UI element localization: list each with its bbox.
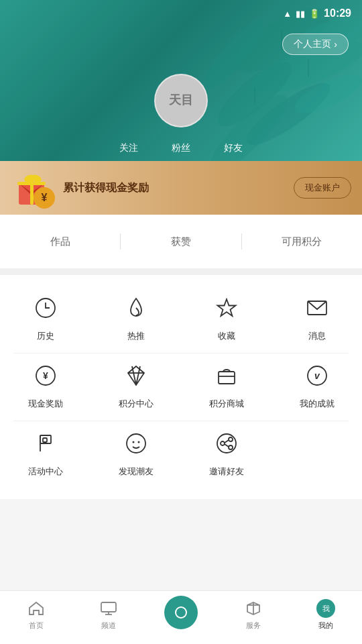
menu-item-message[interactable]: 消息 — [290, 291, 344, 342]
svg-line-43 — [225, 440, 229, 443]
menu-item-shop[interactable]: 积分商城 — [200, 359, 253, 410]
monitor-icon — [99, 599, 118, 618]
section-divider-1 — [0, 268, 362, 275]
icon-row-1: 历史 热推 收藏 消息 — [0, 286, 362, 353]
v-badge-icon: v — [300, 359, 334, 392]
icon-row-3: 活动中心 发现潮友 邀请好友 — [0, 421, 362, 488]
svg-text:¥: ¥ — [42, 192, 48, 203]
personal-home-button[interactable]: 个人主页 › — [282, 34, 349, 55]
reward-banner[interactable]: ¥ 累计获得现金奖励 现金账户 — [0, 161, 362, 215]
menu-item-hot[interactable]: 热推 — [109, 291, 163, 342]
nav-label-home: 首页 — [29, 621, 44, 631]
svg-point-36 — [127, 434, 145, 453]
menu-item-collect[interactable]: 收藏 — [200, 291, 253, 342]
nav-center-button[interactable] — [164, 596, 198, 629]
svg-point-41 — [229, 437, 233, 441]
menu-item-cash[interactable]: ¥ 现金奖励 — [19, 359, 72, 410]
stats-row: 作品 获赞 可用积分 — [0, 215, 362, 268]
status-bar: ▲ ▮▮ 🔋 10:29 — [0, 0, 362, 27]
avatar-nav-icon: 我 — [316, 599, 335, 618]
house-icon — [27, 599, 46, 618]
flame-icon — [119, 291, 153, 325]
bottom-nav: 首页 频道 服务 我 我的 — [0, 590, 362, 644]
stat-works[interactable]: 作品 — [0, 235, 120, 248]
signal-icon: ▮▮ — [296, 9, 305, 19]
nav-item-home[interactable]: 首页 — [0, 599, 72, 636]
stat-points[interactable]: 可用积分 — [242, 235, 362, 248]
svg-text:v: v — [314, 370, 320, 381]
icon-row-2: ¥ 现金奖励 积分中心 积分商城 v 我的成就 — [0, 354, 362, 421]
mail-icon — [300, 291, 334, 325]
history-icon — [29, 291, 62, 325]
flag-icon — [29, 427, 62, 460]
follow-row: 关注 粉丝 好友 — [0, 142, 362, 154]
nav-item-mine[interactable]: 我 我的 — [290, 599, 362, 636]
reward-banner-icon: ¥ — [11, 164, 58, 211]
icon-grid: 历史 热推 收藏 消息 ¥ — [0, 275, 362, 499]
menu-item-points[interactable]: 积分中心 — [109, 359, 163, 410]
box-icon — [244, 599, 263, 618]
nav-label-channel: 频道 — [101, 621, 116, 631]
follow-item-friends[interactable]: 好友 — [224, 142, 243, 154]
reward-banner-text: 累计获得现金奖励 — [58, 181, 294, 195]
svg-point-42 — [229, 445, 233, 449]
battery-icon: 🔋 — [309, 9, 320, 19]
share-circle-icon — [210, 427, 243, 460]
svg-point-40 — [221, 441, 225, 445]
menu-item-activity[interactable]: 活动中心 — [19, 427, 72, 478]
stat-likes[interactable]: 获赞 — [121, 235, 241, 248]
svg-marker-21 — [217, 299, 235, 316]
nav-avatar: 我 — [316, 599, 335, 618]
nav-label-service: 服务 — [246, 621, 261, 631]
nav-item-service[interactable]: 服务 — [217, 599, 290, 636]
svg-point-49 — [176, 608, 186, 617]
menu-item-invite[interactable]: 邀请好友 — [200, 427, 253, 478]
follow-item-fans[interactable]: 粉丝 — [172, 142, 190, 154]
svg-rect-35 — [43, 438, 47, 442]
menu-item-discover[interactable]: 发现潮友 — [109, 427, 163, 478]
bag-icon — [210, 359, 243, 392]
nav-center[interactable] — [145, 601, 217, 635]
follow-item-follow[interactable]: 关注 — [119, 142, 138, 154]
nav-item-channel[interactable]: 频道 — [72, 599, 145, 636]
svg-point-37 — [132, 441, 134, 443]
wifi-icon: ▲ — [283, 9, 292, 19]
diamond-icon — [119, 359, 153, 392]
svg-point-38 — [137, 441, 139, 443]
arrow-right-icon: › — [334, 39, 337, 50]
svg-rect-29 — [219, 372, 235, 384]
svg-rect-45 — [101, 602, 116, 612]
cash-account-button[interactable]: 现金账户 — [294, 177, 351, 199]
avatar-area: 天目 — [154, 74, 208, 127]
svg-text:¥: ¥ — [43, 370, 48, 381]
avatar-text: 天目 — [169, 94, 193, 107]
avatar[interactable]: 天目 — [154, 74, 208, 127]
menu-item-achievement[interactable]: v 我的成就 — [290, 359, 344, 410]
yen-icon: ¥ — [29, 359, 62, 392]
star-icon — [210, 291, 243, 325]
svg-line-44 — [225, 444, 229, 447]
menu-item-history[interactable]: 历史 — [19, 291, 72, 342]
face-icon — [119, 427, 153, 460]
nav-label-mine: 我的 — [318, 621, 333, 631]
svg-rect-15 — [17, 182, 46, 185]
status-time: 10:29 — [324, 7, 351, 19]
